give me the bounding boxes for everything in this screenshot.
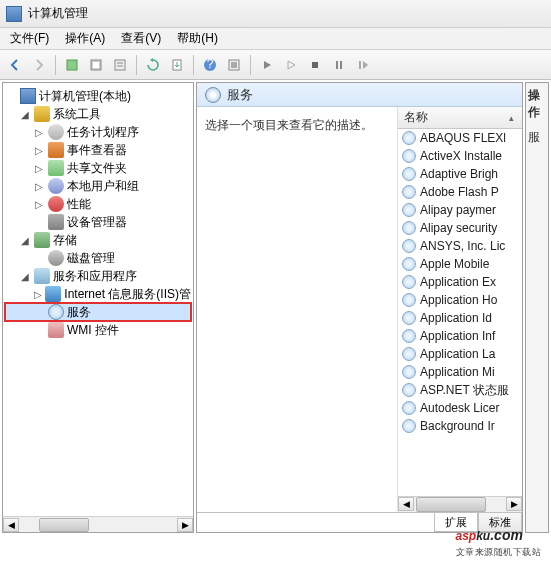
column-header-name[interactable]: 名称 ▴ xyxy=(398,107,522,129)
tree-iis[interactable]: ▷Internet 信息服务(IIS)管 xyxy=(5,285,191,303)
restart-button[interactable] xyxy=(352,54,374,76)
gear-icon xyxy=(402,401,416,415)
tree-local-users[interactable]: ▷本地用户和组 xyxy=(5,177,191,195)
service-row[interactable]: Autodesk Licer xyxy=(398,399,522,417)
svg-rect-16 xyxy=(359,61,361,69)
scroll-track[interactable] xyxy=(414,497,506,512)
tree-hscrollbar[interactable]: ◀ ▶ xyxy=(3,516,193,532)
tree-services-apps[interactable]: ◢服务和应用程序 xyxy=(5,267,191,285)
service-name: Autodesk Licer xyxy=(420,401,499,415)
play-button[interactable] xyxy=(256,54,278,76)
service-row[interactable]: ActiveX Installe xyxy=(398,147,522,165)
menu-bar: 文件(F) 操作(A) 查看(V) 帮助(H) xyxy=(0,28,551,50)
svg-rect-15 xyxy=(340,61,342,69)
svg-rect-0 xyxy=(67,60,77,70)
sort-arrow-icon: ▴ xyxy=(509,113,514,123)
service-name: Application La xyxy=(420,347,495,361)
forward-button[interactable] xyxy=(28,54,50,76)
back-button[interactable] xyxy=(4,54,26,76)
service-name: Application Ex xyxy=(420,275,496,289)
service-row[interactable]: Application Mi xyxy=(398,363,522,381)
tree-performance[interactable]: ▷性能 xyxy=(5,195,191,213)
tree-wmi[interactable]: WMI 控件 xyxy=(5,321,191,339)
service-row[interactable]: Application Inf xyxy=(398,327,522,345)
service-row[interactable]: ABAQUS FLEXl xyxy=(398,129,522,147)
service-name: ActiveX Installe xyxy=(420,149,502,163)
gear-icon xyxy=(48,304,64,320)
scroll-thumb[interactable] xyxy=(39,518,89,532)
pause-button[interactable] xyxy=(328,54,350,76)
service-row[interactable]: Application Ex xyxy=(398,273,522,291)
services-list: 名称 ▴ ABAQUS FLEXlActiveX InstalleAdaptiv… xyxy=(397,107,522,512)
pane-header: 服务 xyxy=(197,83,522,107)
refresh-button[interactable] xyxy=(142,54,164,76)
tree-label: 服务 xyxy=(67,304,91,321)
scroll-left-button[interactable]: ◀ xyxy=(398,497,414,511)
tree-storage[interactable]: ◢存储 xyxy=(5,231,191,249)
scroll-track[interactable] xyxy=(19,518,177,532)
tree-label: 磁盘管理 xyxy=(67,250,115,267)
actions-header: 操作 xyxy=(528,87,546,121)
service-name: Adaptive Brigh xyxy=(420,167,498,181)
actions-item[interactable]: 服 xyxy=(528,127,546,148)
menu-action[interactable]: 操作(A) xyxy=(59,28,111,49)
gear-icon xyxy=(402,419,416,433)
tree-shared-folders[interactable]: ▷共享文件夹 xyxy=(5,159,191,177)
scroll-left-button[interactable]: ◀ xyxy=(3,518,19,532)
service-row[interactable]: ANSYS, Inc. Lic xyxy=(398,237,522,255)
svg-rect-14 xyxy=(336,61,338,69)
tree-disk-management[interactable]: 磁盘管理 xyxy=(5,249,191,267)
service-row[interactable]: Application Ho xyxy=(398,291,522,309)
stop-button[interactable] xyxy=(304,54,326,76)
tree-services[interactable]: 服务 xyxy=(5,303,191,321)
tool-button-1[interactable] xyxy=(61,54,83,76)
gear-icon xyxy=(402,347,416,361)
list-hscrollbar[interactable]: ◀ ▶ xyxy=(398,496,522,512)
scroll-right-button[interactable]: ▶ xyxy=(506,497,522,511)
tree-root[interactable]: 计算机管理(本地) xyxy=(5,87,191,105)
properties-button[interactable] xyxy=(223,54,245,76)
service-row[interactable]: Alipay paymer xyxy=(398,201,522,219)
gear-icon xyxy=(402,167,416,181)
tree-device-manager[interactable]: 设备管理器 xyxy=(5,213,191,231)
tree-label: 计算机管理(本地) xyxy=(39,88,131,105)
service-row[interactable]: Apple Mobile xyxy=(398,255,522,273)
tree-event-viewer[interactable]: ▷事件查看器 xyxy=(5,141,191,159)
services-list-body[interactable]: ABAQUS FLEXlActiveX InstalleAdaptive Bri… xyxy=(398,129,522,496)
perf-icon xyxy=(48,196,64,212)
device-icon xyxy=(48,214,64,230)
gear-icon xyxy=(205,87,221,103)
tool-button-3[interactable] xyxy=(109,54,131,76)
svg-rect-3 xyxy=(115,60,125,70)
tree-label: 设备管理器 xyxy=(67,214,127,231)
service-row[interactable]: Application Id xyxy=(398,309,522,327)
export-button[interactable] xyxy=(166,54,188,76)
tree-task-scheduler[interactable]: ▷任务计划程序 xyxy=(5,123,191,141)
event-icon xyxy=(48,142,64,158)
service-name: Application Ho xyxy=(420,293,497,307)
title-bar: 计算机管理 xyxy=(0,0,551,28)
play2-button[interactable] xyxy=(280,54,302,76)
service-row[interactable]: Background Ir xyxy=(398,417,522,435)
tree[interactable]: 计算机管理(本地) ◢系统工具 ▷任务计划程序 ▷事件查看器 ▷共享文件夹 ▷本… xyxy=(3,83,193,516)
help-button[interactable]: ? xyxy=(199,54,221,76)
gear-icon xyxy=(402,311,416,325)
tree-system-tools[interactable]: ◢系统工具 xyxy=(5,105,191,123)
tree-label: WMI 控件 xyxy=(67,322,119,339)
menu-file[interactable]: 文件(F) xyxy=(4,28,55,49)
service-name: Alipay security xyxy=(420,221,497,235)
menu-help[interactable]: 帮助(H) xyxy=(171,28,224,49)
service-row[interactable]: ASP.NET 状态服 xyxy=(398,381,522,399)
menu-view[interactable]: 查看(V) xyxy=(115,28,167,49)
service-row[interactable]: Application La xyxy=(398,345,522,363)
service-name: ANSYS, Inc. Lic xyxy=(420,239,505,253)
service-row[interactable]: Adaptive Brigh xyxy=(398,165,522,183)
gear-icon xyxy=(402,383,416,397)
svg-text:?: ? xyxy=(207,58,214,71)
svg-rect-2 xyxy=(93,62,99,68)
scroll-thumb[interactable] xyxy=(416,497,486,512)
service-row[interactable]: Adobe Flash P xyxy=(398,183,522,201)
service-row[interactable]: Alipay security xyxy=(398,219,522,237)
tool-button-2[interactable] xyxy=(85,54,107,76)
scroll-right-button[interactable]: ▶ xyxy=(177,518,193,532)
